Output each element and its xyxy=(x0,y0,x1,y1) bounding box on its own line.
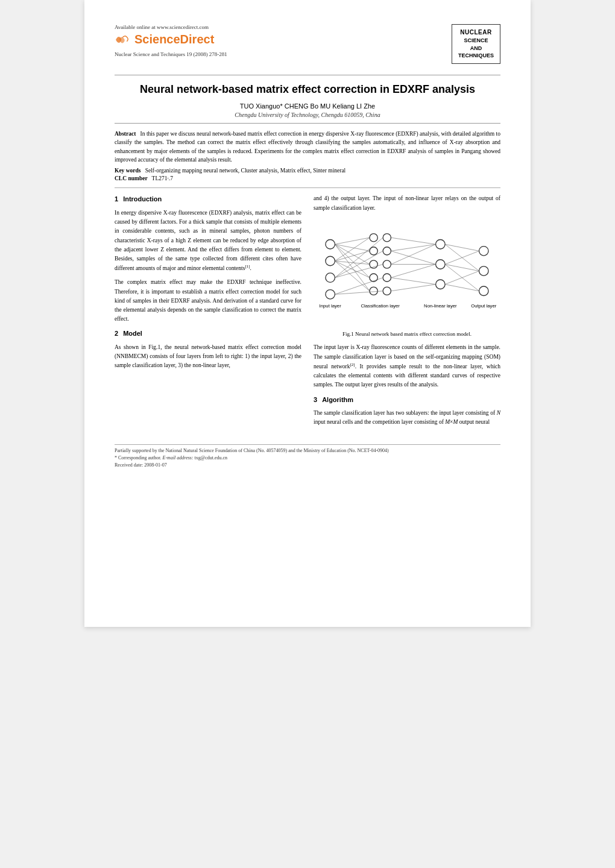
svg-line-40 xyxy=(391,251,435,264)
title-section: Neural network-based matrix effect corre… xyxy=(115,75,500,124)
svg-point-7 xyxy=(370,274,377,281)
badge-line-3: AND xyxy=(458,45,494,52)
affiliation: Chengdu University of Technology, Chengd… xyxy=(115,112,500,118)
svg-line-36 xyxy=(391,244,435,251)
svg-point-14 xyxy=(436,239,445,248)
svg-point-0 xyxy=(326,239,335,248)
abstract-label: Abstract xyxy=(115,131,136,137)
section-divider xyxy=(115,187,500,188)
svg-line-35 xyxy=(391,237,435,244)
svg-point-10 xyxy=(383,247,391,254)
svg-point-8 xyxy=(370,287,377,295)
journal-name: Nuclear Science and Techniques 19 (2008)… xyxy=(115,51,227,57)
svg-line-45 xyxy=(445,251,479,264)
svg-point-18 xyxy=(479,266,488,275)
abstract-text: Abstract In this paper we discuss neural… xyxy=(115,130,500,164)
svg-point-11 xyxy=(383,260,391,268)
page: Available online at www.sciencedirect.co… xyxy=(84,0,531,627)
section-2-heading: 2 Model xyxy=(115,329,301,339)
svg-line-29 xyxy=(335,261,370,291)
svg-point-1 xyxy=(326,256,335,265)
figure-1-caption: Fig.1 Neural network based matrix effect… xyxy=(314,330,500,338)
journal-badge: NUCLEAR SCIENCE AND TECHNIQUES xyxy=(452,24,500,64)
section-1-heading: 1 Introduction xyxy=(115,194,301,205)
svg-line-21 xyxy=(335,244,370,251)
svg-point-4 xyxy=(370,233,377,241)
svg-line-34 xyxy=(335,291,383,295)
sciencedirect-logo: ScienceDirect xyxy=(115,33,214,46)
figure-1-container: Input layer Classification layer Non-lin… xyxy=(314,218,500,339)
keywords-text: Self-organizing mapping neural network, … xyxy=(145,168,346,174)
keywords: Key words Self-organizing mapping neural… xyxy=(115,166,500,175)
right-column: and 4) the output layer. The input of no… xyxy=(314,194,500,432)
svg-line-42 xyxy=(391,264,435,277)
abstract-body: In this paper we discuss neural network-… xyxy=(115,131,500,163)
available-online-text: Available online at www.sciencedirect.co… xyxy=(115,24,209,30)
model-description: The input layer is X-ray fluorescence co… xyxy=(314,343,500,389)
sd-icon xyxy=(115,33,131,46)
footnote-3: Received date: 2008-01-07 xyxy=(115,462,500,469)
svg-point-2 xyxy=(326,273,335,282)
left-column: 1 Introduction In energy dispersive X-ra… xyxy=(115,194,301,432)
svg-text:Non-linear layer: Non-linear layer xyxy=(424,303,457,309)
section-2-number: 2 xyxy=(115,329,118,339)
keywords-label: Key words xyxy=(115,168,141,174)
badge-line-2: SCIENCE xyxy=(458,37,494,45)
section-3-number: 3 xyxy=(314,395,317,406)
svg-line-41 xyxy=(391,244,435,264)
model-para-1: As shown in Fig.1, the neural network-ba… xyxy=(115,343,301,371)
sciencedirect-brand-text: ScienceDirect xyxy=(134,33,214,46)
svg-text:Classification layer: Classification layer xyxy=(361,303,400,309)
intro-continuation: and 4) the output layer. The input of no… xyxy=(314,194,500,212)
svg-line-38 xyxy=(391,277,435,284)
svg-line-48 xyxy=(445,271,479,284)
svg-point-5 xyxy=(370,247,377,254)
svg-point-13 xyxy=(383,287,391,295)
svg-line-30 xyxy=(335,237,383,277)
svg-point-9 xyxy=(383,233,391,241)
svg-text:Input layer: Input layer xyxy=(320,303,342,309)
algorithm-para-1: The sample classification layer has two … xyxy=(314,409,500,427)
clc: CLC number TL271·.7 xyxy=(115,175,500,181)
section-2-title: Model xyxy=(123,329,142,339)
abstract-section: Abstract In this paper we discuss neural… xyxy=(115,130,500,181)
svg-point-12 xyxy=(383,274,391,281)
intro-para-2: The complex matrix effect may make the E… xyxy=(115,278,301,324)
footnote-1: Partially supported by the National Natu… xyxy=(115,447,500,454)
paper-title: Neural network-based matrix effect corre… xyxy=(115,83,500,96)
badge-line-1: NUCLEAR xyxy=(458,28,494,37)
header: Available online at www.sciencedirect.co… xyxy=(115,24,500,64)
svg-point-6 xyxy=(370,260,377,268)
svg-point-19 xyxy=(479,286,488,295)
section-3-heading: 3 Algorithm xyxy=(314,395,500,406)
authors: TUO Xianguo* CHENG Bo MU Keliang LI Zhe xyxy=(115,102,500,110)
svg-point-16 xyxy=(436,280,445,289)
svg-line-26 xyxy=(335,251,370,261)
section-1-title: Introduction xyxy=(123,194,162,205)
footnote-section: Partially supported by the National Natu… xyxy=(115,444,500,469)
footnote-2: * Corresponding author. E-mail address: … xyxy=(115,454,500,462)
figure-1-svg: Input layer Classification layer Non-lin… xyxy=(314,218,500,324)
two-col-layout: 1 Introduction In energy dispersive X-ra… xyxy=(115,194,500,432)
svg-point-15 xyxy=(436,259,445,268)
svg-line-33 xyxy=(335,277,383,294)
section-1-number: 1 xyxy=(115,194,118,205)
svg-point-3 xyxy=(326,289,335,298)
badge-line-4: TECHNIQUES xyxy=(458,52,494,60)
svg-point-17 xyxy=(479,246,488,255)
clc-text: TL271·.7 xyxy=(152,175,173,181)
svg-text:Output layer: Output layer xyxy=(471,303,497,309)
svg-line-43 xyxy=(445,244,479,251)
svg-line-39 xyxy=(391,284,435,291)
intro-para-1: In energy dispersive X-ray fluorescence … xyxy=(115,209,301,273)
section-3-title: Algorithm xyxy=(322,395,353,406)
svg-line-46 xyxy=(445,264,479,271)
svg-line-32 xyxy=(335,264,383,277)
header-left: Available online at www.sciencedirect.co… xyxy=(115,24,227,57)
clc-label: CLC number xyxy=(115,175,148,181)
svg-line-49 xyxy=(445,284,479,291)
